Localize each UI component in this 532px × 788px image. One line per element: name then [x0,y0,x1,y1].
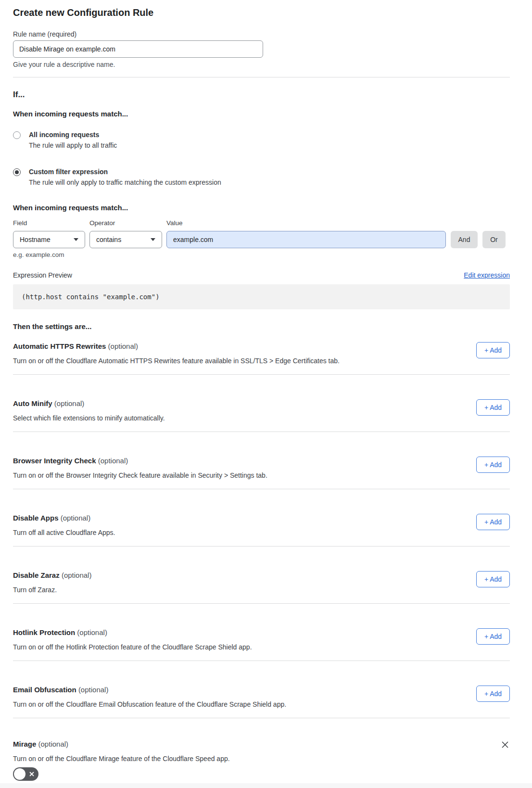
optional-tag: (optional) [38,740,69,748]
match-options: All incoming requests The rule will appl… [13,131,510,187]
setting-section-mirage: Mirage (optional) Turn on or off the Clo… [13,718,510,781]
operator-select[interactable]: contains [89,231,162,248]
setting-section: Disable Apps (optional) Turn off all act… [13,489,510,547]
setting-text: Automatic HTTPS Rewrites (optional) Turn… [13,342,340,365]
and-button[interactable]: And [451,231,478,248]
optional-tag: (optional) [98,457,128,465]
builder-heading: When incoming requests match... [13,203,510,212]
rule-name-helper: Give your rule a descriptive name. [13,61,510,69]
optional-tag: (optional) [77,628,107,636]
setting-section: Auto Minify (optional) Select which file… [13,375,510,432]
radio-option: All incoming requests The rule will appl… [13,131,510,150]
add-button[interactable]: + Add [476,686,510,702]
match-heading: When incoming requests match... [13,109,510,118]
setting-section: Email Obfuscation (optional) Turn on or … [13,661,510,718]
chevron-down-icon [74,238,78,241]
expression-preview-label: Expression Preview [13,271,72,280]
field-label: Field [13,219,89,227]
radio-row[interactable]: All incoming requests [13,131,510,139]
setting-text: Auto Minify (optional) Select which file… [13,399,165,422]
optional-tag: (optional) [108,342,139,350]
setting-text: Email Obfuscation (optional) Turn on or … [13,686,286,709]
radio-option: Custom filter expression The rule will o… [13,168,510,187]
or-button[interactable]: Or [482,231,506,248]
setting-name: Auto Minify (optional) [13,399,165,408]
setting-text: Mirage (optional) Turn on or off the Clo… [13,740,230,763]
add-button[interactable]: + Add [476,342,510,358]
value-label: Value [166,219,183,227]
close-button[interactable] [500,740,510,750]
footer-band [0,783,532,788]
value-helper: e.g. example.com [13,251,510,259]
optional-tag: (optional) [54,399,85,407]
setting-text: Hotlink Protection (optional) Turn on or… [13,628,252,651]
radio-option-description: The rule will apply to all traffic [29,141,510,150]
operator-label: Operator [89,219,166,227]
add-button[interactable]: + Add [476,514,510,530]
setting-description: Select which file extensions to minify a… [13,414,165,422]
edit-expression-link[interactable]: Edit expression [464,271,510,280]
setting-description: Turn on or off the Cloudflare Email Obfu… [13,700,286,709]
toggle-knob [14,768,25,780]
rule-name-label: Rule name (required) [13,30,510,38]
mirage-toggle[interactable] [13,767,38,781]
setting-name: Browser Integrity Check (optional) [13,457,267,465]
radio-option-description: The rule will only apply to traffic matc… [29,178,510,187]
setting-description: Turn on or off the Hotlink Protection fe… [13,643,252,651]
setting-section: Automatic HTTPS Rewrites (optional) Turn… [13,331,510,375]
setting-name: Hotlink Protection (optional) [13,628,252,637]
radio-row[interactable]: Custom filter expression [13,168,510,176]
setting-text: Browser Integrity Check (optional) Turn … [13,457,267,480]
setting-description: Turn on or off the Browser Integrity Che… [13,471,267,480]
close-icon [501,741,509,749]
setting-description: Turn off Zaraz. [13,586,91,594]
setting-name: Mirage (optional) [13,740,230,749]
field-select[interactable]: Hostname [13,231,85,248]
builder-column-labels: Field Operator Value [13,219,510,227]
setting-description: Turn off all active Cloudflare Apps. [13,529,115,537]
radio-button-icon[interactable] [13,131,21,139]
optional-tag: (optional) [61,514,91,522]
add-button[interactable]: + Add [476,571,510,587]
setting-name: Automatic HTTPS Rewrites (optional) [13,342,340,351]
then-settings-heading: Then the settings are... [13,322,510,331]
expression-preview-code: (http.host contains "example.com") [13,284,510,309]
if-heading: If... [13,89,510,100]
setting-section: Browser Integrity Check (optional) Turn … [13,432,510,489]
setting-text: Disable Apps (optional) Turn off all act… [13,514,115,537]
expression-preview-header: Expression Preview Edit expression [13,271,510,280]
expression-builder-row: Hostname contains And Or [13,231,510,248]
setting-description: Turn on or off the Cloudflare Mirage fea… [13,755,230,763]
optional-tag: (optional) [62,571,92,579]
setting-text: Disable Zaraz (optional) Turn off Zaraz. [13,571,91,594]
toggle-off-x-icon [28,771,35,777]
setting-name: Disable Zaraz (optional) [13,571,91,580]
setting-name: Disable Apps (optional) [13,514,115,522]
setting-section: Hotlink Protection (optional) Turn on or… [13,604,510,661]
value-input[interactable] [166,231,446,248]
add-button[interactable]: + Add [476,457,510,473]
add-button[interactable]: + Add [476,399,510,416]
optional-tag: (optional) [78,686,109,694]
setting-name: Email Obfuscation (optional) [13,686,286,694]
field-select-value: Hostname [20,236,51,243]
radio-option-label: Custom filter expression [29,168,108,176]
setting-description: Turn on or off the Cloudflare Automatic … [13,357,340,365]
setting-section: Disable Zaraz (optional) Turn off Zaraz.… [13,547,510,604]
operator-select-value: contains [96,236,121,243]
divider [13,77,510,77]
chevron-down-icon [151,238,155,241]
page-title: Create new Configuration Rule [13,7,510,18]
rule-name-input[interactable] [13,40,263,58]
radio-option-label: All incoming requests [29,131,99,139]
radio-button-icon[interactable] [13,168,21,176]
add-button[interactable]: + Add [476,628,510,645]
